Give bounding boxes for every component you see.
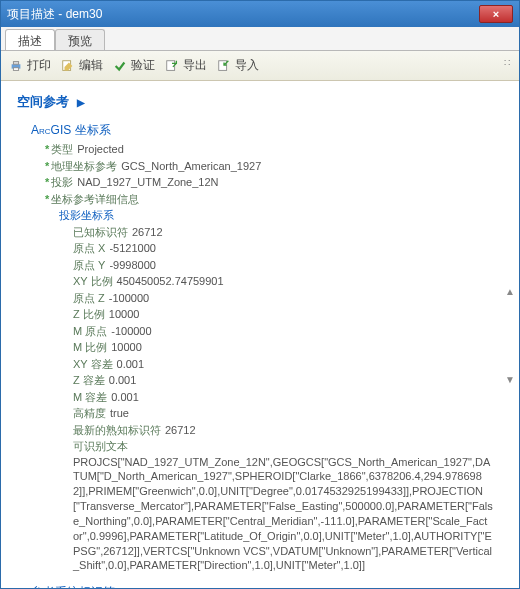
print-label: 打印 — [27, 57, 51, 74]
app-window: 项目描述 - dem30 × 描述 预览 打印 编辑 验证 导出 导入 ∷ — [0, 0, 520, 589]
row-morig: M 原点-100000 — [73, 323, 513, 340]
row-type: *类型Projected — [45, 141, 513, 158]
close-button[interactable]: × — [479, 5, 513, 23]
arcgis-heading: ArcGIS 坐标系 — [31, 121, 513, 139]
tab-preview-label: 预览 — [68, 34, 92, 48]
printer-icon — [9, 59, 23, 73]
export-button[interactable]: 导出 — [165, 57, 207, 74]
section-spatial-reference[interactable]: 空间参考 ▶ — [17, 93, 513, 111]
tab-describe-label: 描述 — [18, 34, 42, 48]
expand-icon: ▶ — [77, 97, 85, 108]
title-bar[interactable]: 项目描述 - dem30 × — [1, 1, 519, 27]
tab-bar: 描述 预览 — [1, 27, 519, 51]
row-origy: 原点 Y-9998000 — [73, 257, 513, 274]
row-origx: 原点 X-5121000 — [73, 240, 513, 257]
row-projection: *投影NAD_1927_UTM_Zone_12N — [45, 174, 513, 191]
print-button[interactable]: 打印 — [9, 57, 51, 74]
check-icon — [113, 59, 127, 73]
toolbar: 打印 编辑 验证 导出 导入 ∷ — [1, 51, 519, 81]
row-xyscale: XY 比例450450052.74759901 — [73, 273, 513, 290]
row-mscale: M 比例10000 — [73, 339, 513, 356]
tab-describe[interactable]: 描述 — [5, 29, 55, 50]
close-icon: × — [493, 8, 499, 20]
section-title: 空间参考 — [17, 94, 69, 109]
edit-label: 编辑 — [79, 57, 103, 74]
import-icon — [217, 59, 231, 73]
row-zscale: Z 比例10000 — [73, 306, 513, 323]
import-label: 导入 — [235, 57, 259, 74]
row-hiprec: 高精度true — [73, 405, 513, 422]
row-gcs: *地理坐标参考GCS_North_American_1927 — [45, 158, 513, 175]
import-button[interactable]: 导入 — [217, 57, 259, 74]
tab-preview[interactable]: 预览 — [55, 29, 105, 50]
export-label: 导出 — [183, 57, 207, 74]
svg-rect-2 — [13, 67, 18, 70]
arcgis-block: ArcGIS 坐标系 *类型Projected *地理坐标参考GCS_North… — [31, 121, 513, 588]
wkt-text: PROJCS["NAD_1927_UTM_Zone_12N",GEOGCS["G… — [73, 455, 493, 574]
pencil-icon — [61, 59, 75, 73]
validate-label: 验证 — [131, 57, 155, 74]
pcs-heading: 投影坐标系 — [59, 207, 513, 224]
row-latestwkid: 最新的熟知标识符26712 — [73, 422, 513, 439]
toolbar-grip-icon: ∷ — [504, 57, 513, 68]
window-title: 项目描述 - dem30 — [7, 6, 102, 23]
row-ztol: Z 容差0.001 — [73, 372, 513, 389]
refsys-heading: 参考系统标识符 — [31, 583, 513, 588]
row-mtol: M 容差0.001 — [73, 389, 513, 406]
validate-button[interactable]: 验证 — [113, 57, 155, 74]
content-area[interactable]: 空间参考 ▶ ArcGIS 坐标系 *类型Projected *地理坐标参考GC… — [1, 81, 519, 588]
row-wkid: 已知标识符26712 — [73, 224, 513, 241]
row-origz: 原点 Z-100000 — [73, 290, 513, 307]
export-icon — [165, 59, 179, 73]
edit-button[interactable]: 编辑 — [61, 57, 103, 74]
row-detail: *坐标参考详细信息 — [45, 191, 513, 208]
svg-rect-1 — [13, 61, 18, 64]
row-wkt-label: 可识别文本 — [73, 438, 513, 455]
scrollbar[interactable]: ▲▼ — [505, 285, 515, 384]
row-xytol: XY 容差0.001 — [73, 356, 513, 373]
